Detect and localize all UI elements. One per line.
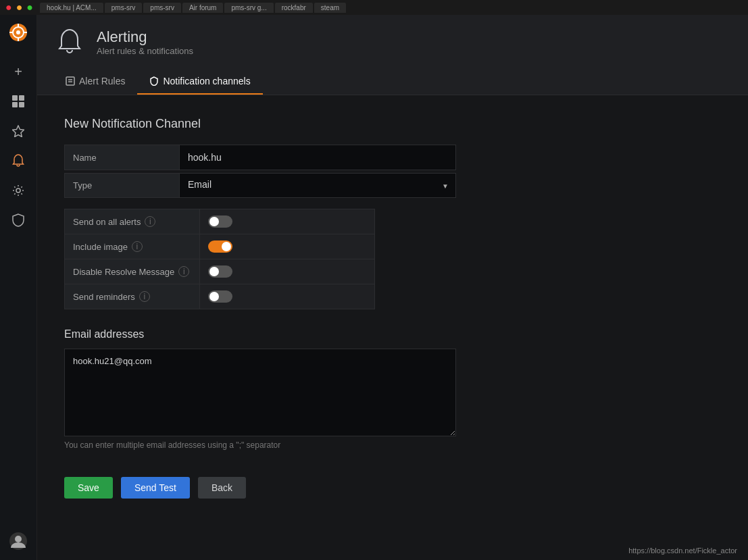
sidebar-item-apps[interactable] <box>5 88 32 115</box>
send-reminders-info-icon[interactable]: i <box>139 291 150 302</box>
disable-resolve-message-info-icon[interactable]: i <box>178 266 189 277</box>
name-row: Name <box>64 145 456 170</box>
send-on-all-alerts-control <box>200 210 241 233</box>
tab-alert-rules[interactable]: Alert Rules <box>53 69 137 95</box>
setting-disable-resolve-message: Disable Resolve Message i <box>64 259 375 284</box>
include-image-label: Include image i <box>65 234 200 259</box>
grafana-logo[interactable] <box>6 20 30 45</box>
save-button[interactable]: Save <box>64 477 113 499</box>
content-area: New Notification Channel Name Type <box>37 95 748 520</box>
svg-point-2 <box>16 30 20 34</box>
sidebar-item-profile[interactable] <box>5 528 32 555</box>
email-section: Email addresses hook.hu21@qq.com You can… <box>64 328 721 450</box>
settings-rows: Send on all alerts i Include image i <box>64 209 375 309</box>
form-fields: Name Type Email Slack PagerDuty <box>64 145 456 198</box>
browser-tab: Air forum <box>182 3 224 13</box>
browser-tab: hook.hu | ACM... <box>40 3 103 13</box>
section-title: New Notification Channel <box>64 117 721 131</box>
browser-tab: pms-srv <box>143 3 181 13</box>
alerting-icon <box>53 26 86 58</box>
browser-bar: ● ● ● hook.hu | ACM... pms-srv pms-srv A… <box>0 0 748 15</box>
send-test-button[interactable]: Send Test <box>121 477 190 499</box>
type-row: Type Email Slack PagerDuty Webhook ▼ <box>64 173 456 198</box>
sidebar-item-alerting[interactable] <box>5 147 32 174</box>
setting-send-reminders: Send reminders i <box>64 284 375 309</box>
svg-rect-9 <box>12 102 18 107</box>
email-section-title: Email addresses <box>64 328 721 340</box>
browser-tab: pms-srv g... <box>224 3 273 13</box>
svg-rect-15 <box>66 77 74 85</box>
sidebar-item-shield[interactable] <box>5 207 32 234</box>
send-on-all-alerts-info-icon[interactable]: i <box>145 216 155 227</box>
svg-point-14 <box>15 536 22 542</box>
disable-resolve-message-label: Disable Resolve Message i <box>65 259 200 284</box>
tabs: Alert Rules Notification channels <box>53 69 732 95</box>
svg-rect-10 <box>19 102 24 107</box>
browser-tab: rockfabr <box>275 3 313 13</box>
include-image-toggle[interactable] <box>208 240 232 253</box>
sidebar-item-add[interactable]: + <box>5 58 32 85</box>
sidebar: + <box>0 15 37 560</box>
setting-include-image: Include image i <box>64 234 375 259</box>
send-reminders-label: Send reminders i <box>65 284 200 309</box>
send-on-all-alerts-label: Send on all alerts i <box>65 209 200 234</box>
svg-rect-7 <box>12 95 18 101</box>
disable-resolve-message-control <box>200 260 241 283</box>
svg-point-12 <box>16 188 20 193</box>
header: Alerting Alert rules & notifications Ale… <box>37 15 748 95</box>
send-reminders-toggle[interactable] <box>208 290 232 303</box>
name-label: Name <box>65 145 180 170</box>
send-on-all-alerts-toggle[interactable] <box>208 215 232 228</box>
type-select[interactable]: Email Slack PagerDuty Webhook <box>180 174 455 195</box>
svg-rect-8 <box>19 95 24 101</box>
back-button[interactable]: Back <box>198 477 246 499</box>
tab-notification-channels[interactable]: Notification channels <box>137 69 262 95</box>
name-input-wrapper <box>180 145 455 170</box>
type-label: Type <box>65 174 180 197</box>
include-image-control <box>200 235 241 258</box>
setting-send-on-all-alerts: Send on all alerts i <box>64 209 375 234</box>
email-textarea[interactable]: hook.hu21@qq.com <box>64 349 456 436</box>
sidebar-item-gear[interactable] <box>5 177 32 204</box>
name-input[interactable] <box>180 145 455 170</box>
page-title: Alerting <box>97 28 193 46</box>
disable-resolve-message-toggle[interactable] <box>208 265 232 278</box>
header-text: Alerting Alert rules & notifications <box>97 28 193 56</box>
type-select-wrapper: Email Slack PagerDuty Webhook ▼ <box>180 174 455 197</box>
browser-tab: pms-srv <box>105 3 143 13</box>
main-content: Alerting Alert rules & notifications Ale… <box>37 15 748 560</box>
svg-marker-11 <box>13 126 24 137</box>
email-hint: You can enter multiple email addresses u… <box>64 440 456 450</box>
page-subtitle: Alert rules & notifications <box>97 46 193 56</box>
sidebar-item-star[interactable] <box>5 118 32 145</box>
button-row: Save Send Test Back <box>64 477 721 499</box>
send-reminders-control <box>200 285 241 308</box>
url-bar: https://blog.csdn.net/Fickle_actor <box>628 546 737 555</box>
browser-tab: steam <box>314 3 346 13</box>
include-image-info-icon[interactable]: i <box>132 241 143 252</box>
